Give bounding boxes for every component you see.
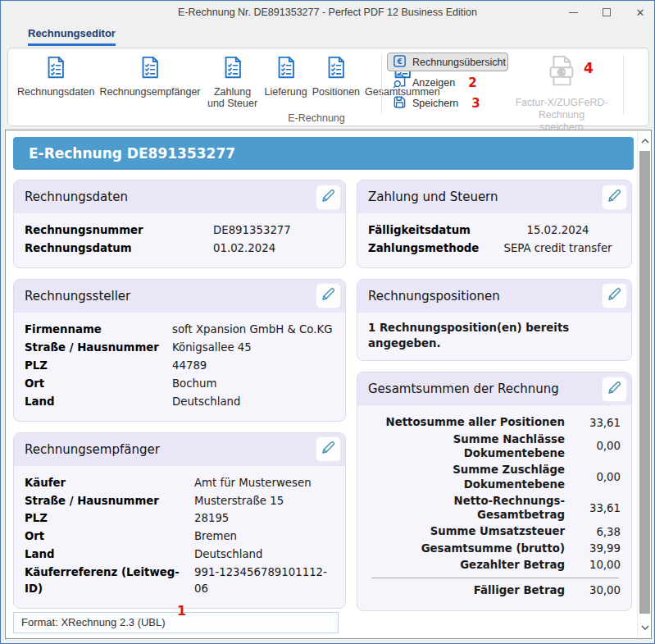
total-label: Nettosumme aller Positionen <box>368 415 565 429</box>
edit-gesamtsummen-button[interactable] <box>602 377 627 402</box>
field-value: Königsallee 45 <box>172 340 334 356</box>
maximize-icon[interactable] <box>601 7 612 18</box>
invoice-banner-title: E-Rechnung DE891353277 <box>13 137 634 170</box>
amount-due-value: 30,00 <box>565 584 621 596</box>
ribbon-big-buttons: Rechnungsdaten Rechnungsempfänger <box>15 53 443 112</box>
edit-rechnungsempfaenger-button[interactable] <box>316 436 341 462</box>
zahlung-und-steuer-button[interactable]: Zahlung und Steuer <box>203 53 262 112</box>
card-body: KäuferAmt für Musterwesen Straße / Hausn… <box>14 466 345 609</box>
field-label: Straße / Hausnummer <box>25 340 172 356</box>
scrollbar-thumb[interactable] <box>639 151 650 614</box>
card-rechnungsempfaenger: Rechnungsempfänger <box>13 432 346 610</box>
ribbon: Rechnungsdaten Rechnungsempfänger <box>7 48 649 126</box>
card-rechnungspositionen: Rechnungspositionen <box>357 279 632 362</box>
card-header: Rechnungspositionen <box>357 280 631 313</box>
field-row: Rechnungsnummer DE891353277 <box>25 222 334 239</box>
pencil-icon <box>606 187 623 208</box>
anzeigen-button[interactable]: Anzeigen 2 <box>387 73 508 92</box>
scroll-up-icon[interactable] <box>638 134 652 148</box>
card-header: Zahlung und Steuern <box>357 180 631 213</box>
svg-text:€: € <box>396 57 402 65</box>
preview-magnifier-icon <box>393 74 407 91</box>
total-value: 39,99 <box>565 542 621 555</box>
minimize-icon[interactable] <box>567 7 579 18</box>
card-body: Rechnungsnummer DE891353277 Rechnungsdat… <box>14 213 345 267</box>
rechnungsdaten-button[interactable]: Rechnungsdaten <box>15 53 98 99</box>
total-label: Summe Zuschläge Dokumentebene <box>368 463 565 491</box>
rechnungsempfaenger-button[interactable]: Rechnungsempfänger <box>98 53 203 99</box>
annotation-3: 3 <box>471 96 480 111</box>
field-value: SEPA credit transfer <box>495 240 621 257</box>
positions-summary-text: 1 Rechnungsposition(en) bereits angegebe… <box>368 320 621 352</box>
field-value: 15.02.2024 <box>495 222 621 239</box>
big-button-label: Rechnungsdaten <box>17 86 95 98</box>
total-label: Summe Nachlässe Dokumentebene <box>368 432 565 461</box>
card-header: Rechnungsempfänger <box>14 433 345 466</box>
card-body: 1 Rechnungsposition(en) bereits angegebe… <box>357 313 631 361</box>
field-value: Musterstraße 15 <box>194 493 334 509</box>
scroll-down-icon[interactable] <box>638 620 652 635</box>
card-title: Rechnungssteller <box>25 289 130 304</box>
tab-rechnungseditor[interactable]: Rechnungseditor <box>28 27 116 46</box>
total-label: Netto-Rechnungs- Gesamtbetrag <box>368 494 565 523</box>
facturx-zugferd-save-button[interactable]: € Factur-X/ZUGFeRD-Rechnung speichern <box>500 53 623 133</box>
card-title: Gesamtsummen der Rechnung <box>368 381 559 396</box>
card-header: Rechnungsdaten <box>14 180 345 213</box>
pencil-icon <box>320 187 337 208</box>
field-value: 44789 <box>172 358 334 374</box>
rechnungsuebersicht-button[interactable]: € Rechnungsübersicht <box>387 53 508 71</box>
field-value: 991-123456789101112- 06 <box>194 564 334 597</box>
scroll-area: E-Rechnung DE891353277 Rechnungsdaten <box>6 130 637 638</box>
field-label: Fälligkeitsdatum <box>368 222 495 239</box>
card-body: Firmennamesoft Xpansion GmbH & Co.KG Str… <box>14 313 345 421</box>
big-button-label: Positionen <box>312 86 360 98</box>
facturx-button-label: Factur-X/ZUGFeRD-Rechnung speichern <box>500 97 623 133</box>
field-value: soft Xpansion GmbH & Co.KG <box>172 322 334 338</box>
total-label: Gezahlter Betrag <box>368 558 565 572</box>
lieferung-button[interactable]: Lieferung <box>262 53 310 99</box>
total-value: 33,61 <box>565 502 621 514</box>
field-label: Land <box>25 394 172 410</box>
card-rechnungsdaten: Rechnungsdaten <box>13 180 346 268</box>
edit-zahlung-button[interactable] <box>602 185 627 210</box>
small-button-label: Anzeigen <box>412 77 455 89</box>
field-value: Deutschland <box>194 546 334 563</box>
window-controls: ✕ <box>567 1 646 24</box>
field-label: Käuferreferenz (Leitweg- ID) <box>25 564 194 597</box>
card-header: Rechnungssteller <box>14 280 345 313</box>
field-label: Firmenname <box>25 322 172 338</box>
edit-rechnungssteller-button[interactable] <box>316 283 341 308</box>
total-label: Summe Umsatzsteuer <box>368 524 565 538</box>
card-body: Nettosumme aller Positionen33,61 Summe N… <box>357 405 631 610</box>
edit-rechnungsdaten-button[interactable] <box>316 185 341 210</box>
app-window: E-Rechnung Nr. DE891353277 - Perfect PDF… <box>0 0 655 644</box>
small-button-label: Speichern <box>412 98 458 109</box>
edit-positionen-button[interactable] <box>602 283 627 308</box>
field-value: Bochum <box>172 376 334 392</box>
pencil-icon <box>606 285 623 306</box>
field-label: Land <box>25 546 194 563</box>
annotation-2: 2 <box>468 75 476 90</box>
field-row: Rechnungsdatum 01.02.2024 <box>25 240 334 257</box>
field-label: PLZ <box>25 358 172 374</box>
total-value: 10,00 <box>565 559 621 571</box>
vertical-scrollbar[interactable] <box>637 130 651 638</box>
speichern-button[interactable]: Speichern 3 <box>387 94 508 112</box>
ribbon-small-buttons: € Rechnungsübersicht Anzeigen 2 <box>387 53 508 114</box>
titlebar: E-Rechnung Nr. DE891353277 - Perfect PDF… <box>1 1 654 24</box>
euro-invoice-document-icon: € <box>543 80 580 94</box>
positionen-button[interactable]: Positionen <box>310 53 362 99</box>
checklist-document-icon <box>43 55 68 86</box>
field-value: Amt für Musterwesen <box>194 475 334 491</box>
field-label: Straße / Hausnummer <box>25 493 194 509</box>
big-button-label: Rechnungsempfänger <box>100 86 201 98</box>
annotation-1: 1 <box>177 603 186 619</box>
close-icon[interactable]: ✕ <box>635 7 646 18</box>
save-disk-icon <box>393 95 407 112</box>
card-zahlung-und-steuern: Zahlung und Steuern <box>357 180 632 268</box>
checklist-document-icon <box>221 55 245 86</box>
field-value: 01.02.2024 <box>213 240 334 257</box>
field-label: Käufer <box>25 475 194 491</box>
left-column: Rechnungsdaten <box>13 180 346 622</box>
checklist-document-icon <box>138 55 162 86</box>
